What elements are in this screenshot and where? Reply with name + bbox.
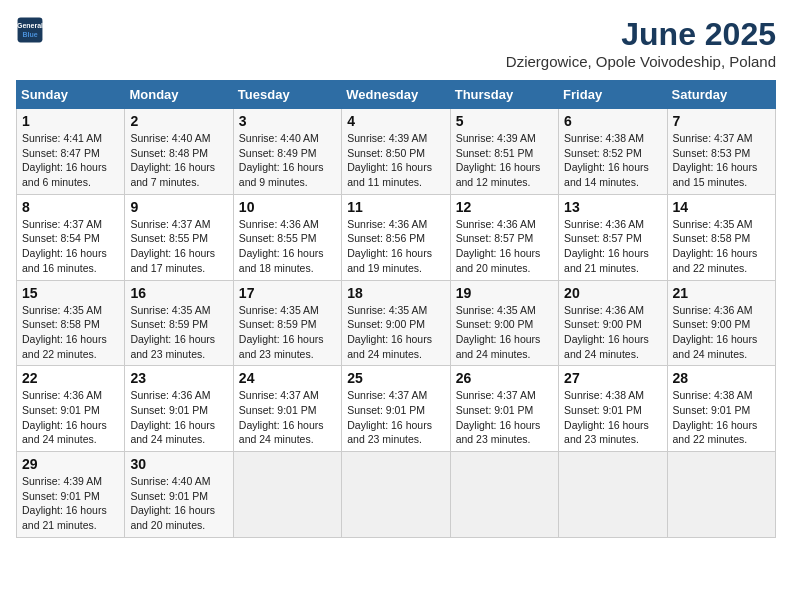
weekday-header: Tuesday (233, 81, 341, 109)
day-info: Sunrise: 4:35 AM Sunset: 9:00 PM Dayligh… (347, 303, 444, 362)
calendar-day-cell: 16Sunrise: 4:35 AM Sunset: 8:59 PM Dayli… (125, 280, 233, 366)
calendar-week-row: 22Sunrise: 4:36 AM Sunset: 9:01 PM Dayli… (17, 366, 776, 452)
day-number: 16 (130, 285, 227, 301)
day-number: 24 (239, 370, 336, 386)
day-info: Sunrise: 4:35 AM Sunset: 8:59 PM Dayligh… (130, 303, 227, 362)
calendar-day-cell: 21Sunrise: 4:36 AM Sunset: 9:00 PM Dayli… (667, 280, 775, 366)
day-info: Sunrise: 4:40 AM Sunset: 8:48 PM Dayligh… (130, 131, 227, 190)
day-info: Sunrise: 4:39 AM Sunset: 8:51 PM Dayligh… (456, 131, 553, 190)
day-info: Sunrise: 4:36 AM Sunset: 8:57 PM Dayligh… (456, 217, 553, 276)
calendar-week-row: 15Sunrise: 4:35 AM Sunset: 8:58 PM Dayli… (17, 280, 776, 366)
calendar-day-cell: 14Sunrise: 4:35 AM Sunset: 8:58 PM Dayli… (667, 194, 775, 280)
day-info: Sunrise: 4:39 AM Sunset: 9:01 PM Dayligh… (22, 474, 119, 533)
weekday-header: Wednesday (342, 81, 450, 109)
day-info: Sunrise: 4:35 AM Sunset: 9:00 PM Dayligh… (456, 303, 553, 362)
day-info: Sunrise: 4:39 AM Sunset: 8:50 PM Dayligh… (347, 131, 444, 190)
day-info: Sunrise: 4:38 AM Sunset: 8:52 PM Dayligh… (564, 131, 661, 190)
day-info: Sunrise: 4:35 AM Sunset: 8:58 PM Dayligh… (673, 217, 770, 276)
calendar-day-cell (559, 452, 667, 538)
weekday-header: Friday (559, 81, 667, 109)
day-info: Sunrise: 4:38 AM Sunset: 9:01 PM Dayligh… (564, 388, 661, 447)
day-info: Sunrise: 4:35 AM Sunset: 8:58 PM Dayligh… (22, 303, 119, 362)
page-header: General Blue June 2025 Dziergowice, Opol… (16, 16, 776, 70)
weekday-header: Sunday (17, 81, 125, 109)
day-number: 5 (456, 113, 553, 129)
day-number: 29 (22, 456, 119, 472)
calendar-day-cell (233, 452, 341, 538)
day-info: Sunrise: 4:37 AM Sunset: 8:53 PM Dayligh… (673, 131, 770, 190)
day-number: 19 (456, 285, 553, 301)
calendar-day-cell: 23Sunrise: 4:36 AM Sunset: 9:01 PM Dayli… (125, 366, 233, 452)
calendar-day-cell: 17Sunrise: 4:35 AM Sunset: 8:59 PM Dayli… (233, 280, 341, 366)
day-number: 17 (239, 285, 336, 301)
calendar-day-cell: 13Sunrise: 4:36 AM Sunset: 8:57 PM Dayli… (559, 194, 667, 280)
calendar-day-cell: 30Sunrise: 4:40 AM Sunset: 9:01 PM Dayli… (125, 452, 233, 538)
weekday-header: Thursday (450, 81, 558, 109)
day-info: Sunrise: 4:37 AM Sunset: 8:54 PM Dayligh… (22, 217, 119, 276)
day-info: Sunrise: 4:37 AM Sunset: 9:01 PM Dayligh… (347, 388, 444, 447)
calendar-day-cell (450, 452, 558, 538)
weekday-header: Monday (125, 81, 233, 109)
day-info: Sunrise: 4:38 AM Sunset: 9:01 PM Dayligh… (673, 388, 770, 447)
day-info: Sunrise: 4:36 AM Sunset: 8:55 PM Dayligh… (239, 217, 336, 276)
calendar-week-row: 8Sunrise: 4:37 AM Sunset: 8:54 PM Daylig… (17, 194, 776, 280)
day-info: Sunrise: 4:37 AM Sunset: 9:01 PM Dayligh… (456, 388, 553, 447)
calendar-day-cell: 6Sunrise: 4:38 AM Sunset: 8:52 PM Daylig… (559, 109, 667, 195)
day-info: Sunrise: 4:37 AM Sunset: 9:01 PM Dayligh… (239, 388, 336, 447)
title-block: June 2025 Dziergowice, Opole Voivodeship… (506, 16, 776, 70)
calendar-day-cell: 18Sunrise: 4:35 AM Sunset: 9:00 PM Dayli… (342, 280, 450, 366)
day-number: 26 (456, 370, 553, 386)
calendar-week-row: 29Sunrise: 4:39 AM Sunset: 9:01 PM Dayli… (17, 452, 776, 538)
calendar-day-cell: 28Sunrise: 4:38 AM Sunset: 9:01 PM Dayli… (667, 366, 775, 452)
calendar-day-cell: 12Sunrise: 4:36 AM Sunset: 8:57 PM Dayli… (450, 194, 558, 280)
day-info: Sunrise: 4:36 AM Sunset: 8:57 PM Dayligh… (564, 217, 661, 276)
day-number: 11 (347, 199, 444, 215)
day-info: Sunrise: 4:36 AM Sunset: 8:56 PM Dayligh… (347, 217, 444, 276)
day-number: 9 (130, 199, 227, 215)
calendar-day-cell: 20Sunrise: 4:36 AM Sunset: 9:00 PM Dayli… (559, 280, 667, 366)
calendar-day-cell (667, 452, 775, 538)
calendar-day-cell: 5Sunrise: 4:39 AM Sunset: 8:51 PM Daylig… (450, 109, 558, 195)
day-number: 20 (564, 285, 661, 301)
day-number: 28 (673, 370, 770, 386)
day-number: 7 (673, 113, 770, 129)
calendar-day-cell: 25Sunrise: 4:37 AM Sunset: 9:01 PM Dayli… (342, 366, 450, 452)
day-info: Sunrise: 4:40 AM Sunset: 9:01 PM Dayligh… (130, 474, 227, 533)
day-number: 23 (130, 370, 227, 386)
weekday-header: Saturday (667, 81, 775, 109)
calendar-day-cell: 27Sunrise: 4:38 AM Sunset: 9:01 PM Dayli… (559, 366, 667, 452)
month-title: June 2025 (506, 16, 776, 53)
logo: General Blue (16, 16, 44, 44)
day-number: 4 (347, 113, 444, 129)
calendar-day-cell: 26Sunrise: 4:37 AM Sunset: 9:01 PM Dayli… (450, 366, 558, 452)
calendar-day-cell: 19Sunrise: 4:35 AM Sunset: 9:00 PM Dayli… (450, 280, 558, 366)
calendar-table: SundayMondayTuesdayWednesdayThursdayFrid… (16, 80, 776, 538)
day-number: 8 (22, 199, 119, 215)
day-number: 13 (564, 199, 661, 215)
calendar-day-cell: 8Sunrise: 4:37 AM Sunset: 8:54 PM Daylig… (17, 194, 125, 280)
day-number: 10 (239, 199, 336, 215)
day-number: 30 (130, 456, 227, 472)
day-number: 12 (456, 199, 553, 215)
day-info: Sunrise: 4:35 AM Sunset: 8:59 PM Dayligh… (239, 303, 336, 362)
calendar-header-row: SundayMondayTuesdayWednesdayThursdayFrid… (17, 81, 776, 109)
calendar-day-cell: 1Sunrise: 4:41 AM Sunset: 8:47 PM Daylig… (17, 109, 125, 195)
day-number: 15 (22, 285, 119, 301)
calendar-day-cell: 22Sunrise: 4:36 AM Sunset: 9:01 PM Dayli… (17, 366, 125, 452)
calendar-day-cell: 4Sunrise: 4:39 AM Sunset: 8:50 PM Daylig… (342, 109, 450, 195)
calendar-day-cell (342, 452, 450, 538)
svg-text:General: General (17, 22, 43, 29)
day-number: 1 (22, 113, 119, 129)
svg-rect-0 (18, 18, 43, 43)
day-number: 25 (347, 370, 444, 386)
calendar-day-cell: 24Sunrise: 4:37 AM Sunset: 9:01 PM Dayli… (233, 366, 341, 452)
day-info: Sunrise: 4:37 AM Sunset: 8:55 PM Dayligh… (130, 217, 227, 276)
logo-icon: General Blue (16, 16, 44, 44)
day-number: 22 (22, 370, 119, 386)
calendar-day-cell: 9Sunrise: 4:37 AM Sunset: 8:55 PM Daylig… (125, 194, 233, 280)
location-subtitle: Dziergowice, Opole Voivodeship, Poland (506, 53, 776, 70)
calendar-day-cell: 29Sunrise: 4:39 AM Sunset: 9:01 PM Dayli… (17, 452, 125, 538)
calendar-day-cell: 2Sunrise: 4:40 AM Sunset: 8:48 PM Daylig… (125, 109, 233, 195)
day-number: 14 (673, 199, 770, 215)
day-info: Sunrise: 4:36 AM Sunset: 9:01 PM Dayligh… (22, 388, 119, 447)
